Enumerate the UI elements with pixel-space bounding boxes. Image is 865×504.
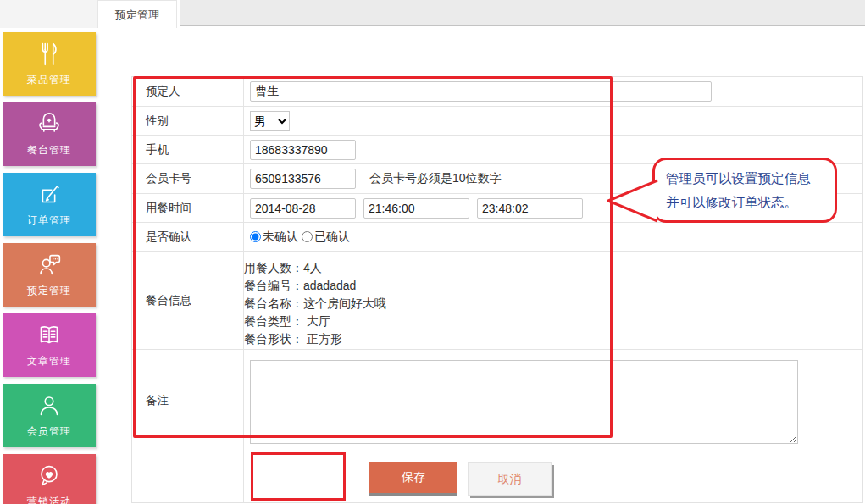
table-info-type: 餐台类型： 大厅 xyxy=(244,313,330,330)
dining-time-end-input[interactable] xyxy=(477,198,583,219)
table-info-shape: 餐台形状： 正方形 xyxy=(244,330,342,348)
sidebar-item-label: 会员管理 xyxy=(27,424,71,439)
person-chat-icon xyxy=(33,249,65,281)
table-info-name: 餐台名称：这个房间好大哦 xyxy=(244,295,386,313)
table-info-guests: 用餐人数：4人 xyxy=(244,259,322,277)
field-label: 性别 xyxy=(132,107,244,135)
tab-reservation-management[interactable]: 预定管理 xyxy=(97,0,177,28)
book-icon xyxy=(33,319,65,352)
radio-label: 未确认 xyxy=(263,230,298,245)
reserver-input[interactable] xyxy=(250,81,712,102)
annotation-callout: 管理员可以设置预定信息 并可以修改订单状态。 xyxy=(652,158,837,223)
sidebar-item-marketing-activity[interactable]: 营销活动 xyxy=(3,454,96,504)
sidebar-item-dish-management[interactable]: 菜品管理 xyxy=(3,32,96,96)
form-row-confirm: 是否确认 未确认 已确认 xyxy=(132,223,862,252)
annotation-line: 并可以修改订单状态。 xyxy=(666,191,835,214)
gender-select[interactable]: 男 xyxy=(250,111,290,131)
sidebar-item-label: 菜品管理 xyxy=(27,73,71,87)
field-label: 用餐时间 xyxy=(132,194,244,222)
table-info-number: 餐台编号：adadadad xyxy=(244,277,356,295)
dining-date-input[interactable] xyxy=(250,198,356,219)
form-row-actions: 保存 取消 xyxy=(132,451,862,502)
heart-bubble-icon xyxy=(33,460,65,492)
sidebar-item-label: 餐台管理 xyxy=(27,143,71,158)
empty-label-cell xyxy=(132,451,244,502)
sidebar-item-label: 营销活动 xyxy=(27,495,71,504)
form-row-table-info: 餐台信息 用餐人数：4人 餐台编号：adadadad 餐台名称：这个房间好大哦 … xyxy=(132,252,862,350)
annotation-line: 管理员可以设置预定信息 xyxy=(666,167,835,191)
sidebar-item-reservation-management[interactable]: 预定管理 xyxy=(3,243,96,307)
tab-bar xyxy=(180,0,865,26)
sidebar-item-order-management[interactable]: 订单管理 xyxy=(3,173,96,236)
cancel-button[interactable]: 取消 xyxy=(468,462,552,496)
sidebar-item-label: 文章管理 xyxy=(27,354,71,368)
radio-confirmed-input[interactable] xyxy=(302,231,313,242)
field-label: 预定人 xyxy=(132,77,244,106)
field-label: 手机 xyxy=(132,136,244,163)
tabbar-left-strip xyxy=(0,0,97,28)
radio-confirmed[interactable]: 已确认 xyxy=(302,230,350,245)
member-card-hint: 会员卡号必须是10位数字 xyxy=(369,171,502,186)
field-label: 会员卡号 xyxy=(132,164,244,193)
form-row-remark: 备注 xyxy=(132,350,862,451)
sidebar-item-member-management[interactable]: 会员管理 xyxy=(3,384,96,447)
save-button[interactable]: 保存 xyxy=(369,462,457,496)
field-label: 备注 xyxy=(132,350,244,451)
sidebar-item-table-management[interactable]: 餐台管理 xyxy=(3,102,96,166)
remark-textarea[interactable] xyxy=(250,360,798,444)
edit-icon xyxy=(33,179,65,211)
member-icon xyxy=(33,390,65,422)
field-label: 是否确认 xyxy=(132,223,244,251)
field-label: 餐台信息 xyxy=(132,252,244,349)
radio-unconfirmed-input[interactable] xyxy=(250,231,261,242)
radio-label: 已确认 xyxy=(314,230,350,245)
sidebar-item-label: 预定管理 xyxy=(27,284,71,298)
dining-time-start-input[interactable] xyxy=(363,198,469,219)
sidebar-item-label: 订单管理 xyxy=(27,213,71,228)
armchair-icon xyxy=(33,108,65,141)
form-row-gender: 性别 男 xyxy=(132,107,862,136)
form-row-reserver: 预定人 xyxy=(132,77,862,107)
reservation-form: 预定人 性别 男 手机 会员卡号 会员卡号必须是10位数字 用餐时间 xyxy=(131,76,863,503)
member-card-input[interactable] xyxy=(250,169,356,189)
phone-input[interactable] xyxy=(250,140,356,160)
sidebar-item-article-management[interactable]: 文章管理 xyxy=(3,313,96,377)
fork-knife-icon xyxy=(33,38,65,70)
radio-unconfirmed[interactable]: 未确认 xyxy=(250,230,298,245)
